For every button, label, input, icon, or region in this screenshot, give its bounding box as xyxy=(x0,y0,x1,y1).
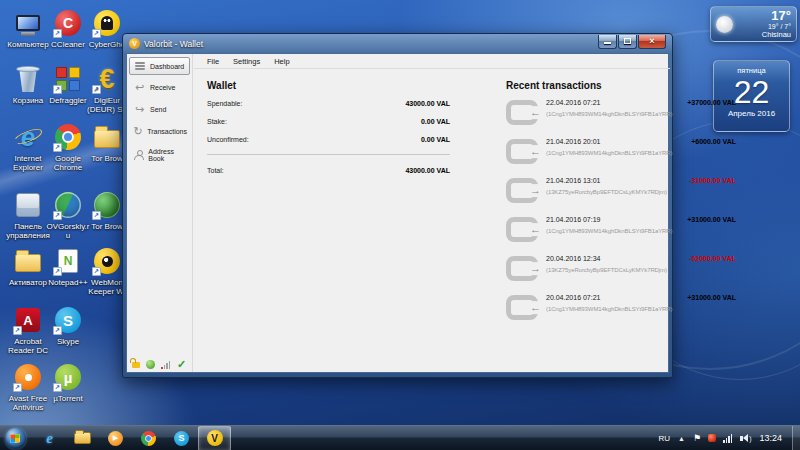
icon-label: Internet Explorer xyxy=(6,154,50,172)
show-hidden-icons-button[interactable]: ▲ xyxy=(678,435,685,442)
transaction-amount: +31000.00 VAL xyxy=(687,294,736,301)
acrobat-icon: A↗ xyxy=(13,305,43,335)
window-titlebar[interactable]: V Valorbit - Wallet × xyxy=(126,34,669,53)
digieuro-icon: €↗ xyxy=(92,64,122,94)
outgoing-transaction-icon xyxy=(506,256,538,281)
receive-arrow-icon: ↩ xyxy=(132,82,147,92)
transaction-address: (1Cng1YMH893WM14kghDknBLSYt9FB1aYRR) xyxy=(546,150,736,156)
network-icon[interactable] xyxy=(723,434,733,443)
shortcut-arrow-icon: ↗ xyxy=(53,267,62,276)
shortcut-arrow-icon: ↗ xyxy=(53,383,62,392)
shortcut-arrow-icon: ↗ xyxy=(92,85,101,94)
desktop-icon-ovgorskiy[interactable]: ↗ OVGorskiy.ru xyxy=(46,190,90,240)
menu-settings[interactable]: Settings xyxy=(226,55,267,68)
unlocked-lock-icon xyxy=(132,362,140,368)
menu-help[interactable]: Help xyxy=(267,55,296,68)
transaction-amount: -31000.00 VAL xyxy=(689,177,736,184)
action-center-flag-icon[interactable]: ⚑ xyxy=(693,434,701,443)
notepadpp-icon: N↗ xyxy=(53,246,83,276)
sidebar-item-label: Dashboard xyxy=(150,63,184,70)
desktop-icon-ccleaner[interactable]: C↗ CCleaner xyxy=(46,8,90,49)
icon-label: Корзина xyxy=(6,96,50,105)
utorrent-icon: µ↗ xyxy=(53,362,83,392)
transactions-refresh-icon: ↻ xyxy=(132,126,144,136)
webmoney-icon: ↗ xyxy=(92,246,122,276)
divider xyxy=(207,154,450,155)
desktop-icon-control-panel[interactable]: Панель управления xyxy=(6,190,50,240)
synced-check-icon: ✓ xyxy=(177,359,186,370)
control-panel-icon xyxy=(13,190,43,220)
sidebar-item-send[interactable]: ↪ Send xyxy=(129,99,190,119)
media-player-icon: ▶ xyxy=(108,431,123,446)
taskbar-media-player[interactable]: ▶ xyxy=(99,426,132,450)
valorbit-app-icon: V xyxy=(129,38,140,49)
spendable-value: 43000.00 VAL xyxy=(405,100,450,107)
weather-gadget[interactable]: 17° 19° / 7° Chisinau xyxy=(710,6,797,42)
taskbar-explorer[interactable] xyxy=(66,426,99,450)
language-indicator[interactable]: RU xyxy=(659,434,671,443)
desktop-icon-recycle-bin[interactable]: Корзина xyxy=(6,64,50,105)
transaction-date: 21.04.2016 20:01 xyxy=(546,138,601,145)
valorbit-icon: V xyxy=(207,430,223,446)
system-tray: RU ▲ ⚑ ) 13:24 xyxy=(659,426,800,450)
sidebar-item-transactions[interactable]: ↻ Transactions xyxy=(129,121,190,141)
sidebar-item-label: Receive xyxy=(150,84,175,91)
icon-label: Панель управления xyxy=(6,222,50,240)
antivirus-tray-icon[interactable] xyxy=(708,434,716,442)
send-arrow-icon: ↪ xyxy=(132,104,147,114)
show-desktop-button[interactable] xyxy=(792,426,800,450)
sidebar-item-dashboard[interactable]: Dashboard xyxy=(129,57,190,75)
desktop-icon-internet-explorer[interactable]: e Internet Explorer xyxy=(6,122,50,172)
sidebar-item-address-book[interactable]: Address Book xyxy=(129,143,190,167)
desktop-icon-computer[interactable]: Компьютер xyxy=(6,8,50,49)
transaction-address: (13KZ75yeRorcbyBp9EFTDCsLyKMYk7RDjm) xyxy=(546,189,736,195)
cyberghost-icon: ↗ xyxy=(92,8,122,38)
sidebar-item-receive[interactable]: ↩ Receive xyxy=(129,77,190,97)
taskbar-internet-explorer[interactable]: e xyxy=(33,426,66,450)
transaction-date: 22.04.2016 07:21 xyxy=(546,99,601,106)
taskbar: e ▶ S V RU ▲ ⚑ ) 13:24 xyxy=(0,425,800,450)
stake-label: Stake: xyxy=(207,118,227,125)
folder-icon xyxy=(74,432,91,444)
total-row: Total: 43000.00 VAL xyxy=(207,167,450,174)
transaction-date: 20.04.2016 07:21 xyxy=(546,294,601,301)
desktop-icon-aktivator[interactable]: Активатор xyxy=(6,246,50,287)
start-button[interactable] xyxy=(5,428,26,449)
window-client-area: Dashboard ↩ Receive ↪ Send ↻ Transaction… xyxy=(126,53,669,373)
transaction-row[interactable]: 20.04.2016 12:34 -62000.00 VAL (13KZ75ye… xyxy=(506,255,736,294)
desktop-icon-chrome[interactable]: ↗ Google Chrome xyxy=(46,122,90,172)
close-button[interactable]: × xyxy=(638,35,666,49)
shortcut-arrow-icon: ↗ xyxy=(92,211,101,220)
icon-label: Компьютер xyxy=(6,40,50,49)
taskbar-valorbit-active[interactable]: V xyxy=(198,426,231,450)
menu-file[interactable]: File xyxy=(200,55,226,68)
transaction-row[interactable]: 21.04.2016 07:19 +31000.00 VAL (1Cng1YMH… xyxy=(506,216,736,255)
transaction-row[interactable]: 21.04.2016 13:01 -31000.00 VAL (13KZ75ye… xyxy=(506,177,736,216)
desktop-icon-avast[interactable]: ↗ Avast Free Antivirus xyxy=(6,362,50,412)
transaction-row[interactable]: 21.04.2016 20:01 +6000.00 VAL (1Cng1YMH8… xyxy=(506,138,736,177)
incoming-transaction-icon xyxy=(506,295,538,320)
maximize-button[interactable] xyxy=(618,35,637,49)
weather-range: 19° / 7° xyxy=(737,23,791,30)
taskbar-clock[interactable]: 13:24 xyxy=(759,433,782,443)
desktop-icon-skype[interactable]: S↗ Skype xyxy=(46,305,90,346)
desktop-icon-utorrent[interactable]: µ↗ µTorrent xyxy=(46,362,90,403)
minimize-button[interactable] xyxy=(598,35,617,49)
icon-label: Defraggler xyxy=(46,96,90,105)
transaction-amount: -62000.00 VAL xyxy=(689,255,736,262)
transaction-row[interactable]: 22.04.2016 07:21 +37000.00 VAL (1Cng1YMH… xyxy=(506,99,736,138)
taskbar-skype[interactable]: S xyxy=(165,426,198,450)
sidebar-item-label: Transactions xyxy=(147,128,187,135)
skype-icon: S xyxy=(174,431,189,446)
icon-label: Skype xyxy=(46,337,90,346)
outgoing-transaction-icon xyxy=(506,178,538,203)
transaction-row[interactable]: 20.04.2016 07:21 +31000.00 VAL (1Cng1YMH… xyxy=(506,294,736,333)
ccleaner-icon: C↗ xyxy=(53,8,83,38)
transaction-amount: +37000.00 VAL xyxy=(687,99,736,106)
spendable-label: Spendable: xyxy=(207,100,242,107)
taskbar-chrome[interactable] xyxy=(132,426,165,450)
desktop-icon-notepadpp[interactable]: N↗ Notepad++ xyxy=(46,246,90,287)
volume-icon[interactable]: ) xyxy=(740,434,751,442)
desktop-icon-acrobat[interactable]: A↗ Acrobat Reader DC xyxy=(6,305,50,355)
desktop-icon-defraggler[interactable]: ↗ Defraggler xyxy=(46,64,90,105)
